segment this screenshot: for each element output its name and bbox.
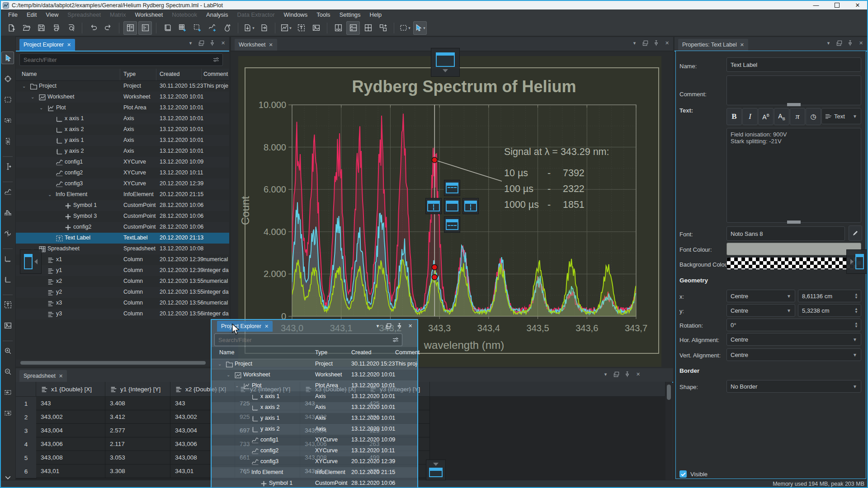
zoom-select-tool-button[interactable] (1, 93, 14, 106)
tree-row-plot[interactable]: ⌄PlotPlot Area13.12.2020 10:01 (212, 380, 417, 391)
chevron-down-icon[interactable]: ▾ (825, 40, 832, 47)
close-button[interactable]: ✕ (847, 1, 868, 9)
layout-vertical-button[interactable] (331, 21, 345, 35)
horizontal-scrollbar[interactable] (16, 360, 229, 366)
add-histogram-tool-button[interactable] (1, 206, 14, 219)
tree-row-symbol-1[interactable]: Symbol 1CustomPoint28.12.2020 10:06 (212, 478, 417, 488)
zoom-out-tool-button[interactable] (1, 365, 14, 378)
menu-analysis[interactable]: Analysis (202, 10, 232, 19)
format-bold-button[interactable]: B (726, 108, 742, 125)
format-symbols-button[interactable]: π (790, 108, 805, 125)
row-number[interactable]: 2 (16, 410, 37, 424)
search-input[interactable] (215, 337, 392, 343)
add-fit-tool-button[interactable] (1, 227, 14, 239)
text-mode-combo[interactable]: Text▼ (821, 108, 861, 124)
close-icon[interactable]: ✕ (635, 371, 642, 378)
tree-row-y-axis-2[interactable]: y axis 2Axis13.12.2020 10:01 (16, 146, 229, 157)
cell-r6-c2[interactable]: 3.308 (105, 465, 170, 478)
add-text-label-tool-button[interactable] (1, 298, 14, 311)
new-matrix-button[interactable] (190, 21, 204, 35)
tree-row-y-axis-1[interactable]: y axis 1Axis13.12.2020 10:01 (16, 135, 229, 146)
dropdown-icon[interactable]: ▾ (408, 26, 410, 30)
pin-icon[interactable] (653, 40, 660, 47)
close-icon[interactable]: ✕ (59, 373, 63, 379)
tree-row-x-axis-2[interactable]: x axis 2Axis13.12.2020 10:01 (212, 402, 417, 413)
tab-spreadsheet[interactable]: Spreadsheet✕ (19, 370, 67, 382)
select-tool-button[interactable] (1, 52, 14, 64)
tree-row-y3[interactable]: y3Column20.12.2020 13:56integer da (16, 309, 229, 319)
chevron-down-icon[interactable]: ▾ (187, 40, 194, 47)
column-header-x1[interactable]: x1 {Double} [X] (36, 382, 105, 397)
tree-row-y1[interactable]: y1Column20.12.2020 12:39integer da (16, 265, 229, 276)
new-datapicker-button[interactable] (220, 21, 234, 35)
comment-resize-grip[interactable] (787, 103, 801, 106)
menu-edit[interactable]: Edit (22, 10, 41, 19)
expander-icon[interactable]: ⌄ (235, 383, 239, 388)
background-colour-swatch[interactable] (726, 257, 861, 270)
zoom-y-select-tool-button[interactable] (1, 135, 14, 147)
float-icon[interactable] (385, 323, 392, 329)
chevron-down-icon[interactable]: ▾ (602, 371, 609, 378)
cursor-tool-button[interactable] (1, 160, 14, 173)
row-number[interactable]: 1 (16, 397, 37, 411)
tab-worksheet[interactable]: Worksheet✕ (235, 39, 277, 51)
cell-r4-c2[interactable]: 2.117 (105, 437, 170, 451)
shift-left-tool-button[interactable] (1, 386, 14, 399)
tree-row-info-element[interactable]: ⌄Info ElementInfoElement20.12.2020 21:15 (16, 189, 229, 200)
export-button[interactable] (257, 21, 271, 35)
menu-settings[interactable]: Settings (335, 10, 365, 19)
shift-right-tool-button[interactable] (1, 407, 14, 419)
tree-row-y-axis-2[interactable]: y axis 2Axis13.12.2020 10:01 (212, 424, 417, 435)
tree-row-symbol-1[interactable]: Symbol 1CustomPoint28.12.2020 10:06 (16, 200, 229, 211)
tab-project-explorer[interactable]: Project Explorer✕ (19, 39, 75, 51)
close-icon[interactable]: ✕ (664, 40, 670, 47)
new-spreadsheet-button[interactable] (175, 21, 189, 35)
cell-r2-c2[interactable]: 3.412 (105, 410, 170, 424)
row-number[interactable]: 6 (16, 465, 37, 479)
new-workbook-button[interactable] (160, 21, 174, 35)
vert-alignment-combo[interactable]: Centre▼ (726, 348, 861, 361)
tree-row-config2[interactable]: config2CustomPoint28.12.2020 10:06 (16, 222, 229, 233)
floating-project-explorer[interactable]: Project Explorer✕ ▾✕ Name Type Created C… (211, 319, 418, 488)
tree-row-config2[interactable]: config2XYCurve13.12.2020 10:11 (212, 446, 417, 456)
font-colour-swatch[interactable] (726, 243, 861, 255)
undo-button[interactable] (86, 21, 100, 35)
tree-row-project[interactable]: ⌄ProjectProject30.11.2020 15:23This proj… (16, 81, 229, 92)
y-position-combo[interactable]: Centre▼ (726, 304, 795, 317)
new-project-button[interactable] (5, 21, 18, 35)
tree-row-x1[interactable]: x1Column20.12.2020 12:39numerical (16, 254, 229, 265)
toggle-properties-dock-button[interactable] (138, 21, 152, 35)
crosshair-tool-button[interactable] (1, 72, 14, 85)
add-curve-tool-button[interactable] (1, 185, 14, 198)
tree-row-config2[interactable]: config2XYCurve13.12.2020 10:11 (16, 168, 229, 178)
tree-row-config1[interactable]: config1XYCurve13.12.2020 10:09 (16, 157, 229, 168)
visible-checkbox[interactable] (679, 470, 687, 478)
menu-windows[interactable]: Windows (279, 10, 312, 19)
save-project-button[interactable] (34, 21, 48, 35)
cell-r3-c1[interactable]: 343,004 (36, 424, 105, 437)
print-preview-button[interactable] (64, 21, 78, 35)
editor-resize-grip[interactable] (787, 221, 801, 224)
open-project-button[interactable] (19, 21, 33, 35)
border-shape-combo[interactable]: No Border▼ (726, 380, 861, 393)
cell-r1-c1[interactable]: 343 (36, 397, 105, 410)
print-button[interactable] (49, 21, 63, 35)
tree-row-y-axis-1[interactable]: y axis 1Axis13.12.2020 10:01 (212, 413, 417, 424)
zoom-in-tool-button[interactable] (1, 344, 14, 357)
tree-row-worksheet[interactable]: ⌄WorksheetWorksheet13.12.2020 10:01 (16, 92, 229, 103)
expander-icon[interactable]: ⌄ (48, 192, 52, 197)
cell-r2-c1[interactable]: 343,002 (36, 410, 105, 424)
add-text-label-button[interactable] (294, 21, 308, 35)
tree-row-x3[interactable]: x3Column20.12.2020 13:56numerical (16, 298, 229, 309)
tab-floating-project-explorer[interactable]: Project Explorer✕ (217, 321, 273, 332)
row-number[interactable]: 4 (16, 437, 37, 451)
cell-r6-c1[interactable]: 343,01 (36, 465, 105, 478)
x-offset-spinbox[interactable]: 8,61136 cm▲▼ (798, 290, 861, 302)
import-button[interactable]: ▾ (242, 21, 256, 35)
float-icon[interactable] (613, 371, 620, 378)
float-icon[interactable] (642, 40, 649, 47)
menu-view[interactable]: View (41, 10, 63, 19)
tree-row-y2[interactable]: y2Column20.12.2020 13:55integer da (16, 287, 229, 298)
cell-r1-c2[interactable]: 3.408 (105, 397, 170, 410)
row-number[interactable]: 5 (16, 451, 37, 465)
